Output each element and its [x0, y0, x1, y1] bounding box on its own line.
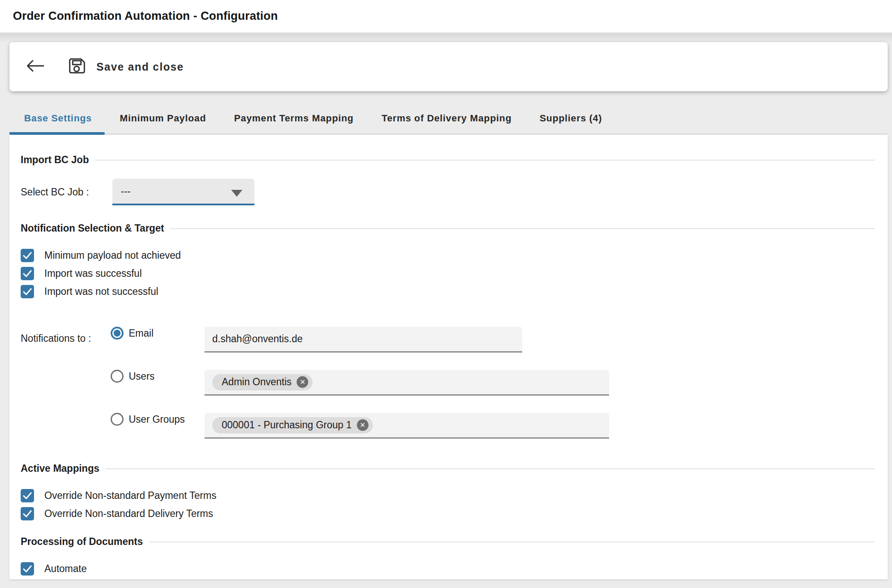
- checkbox-import-was-successful[interactable]: Import was successful: [21, 267, 876, 280]
- radio-selected-dot: [114, 330, 121, 337]
- checkbox-checked-icon: [21, 507, 34, 520]
- section-title: Processing of Documents: [21, 536, 143, 548]
- checkbox-automate[interactable]: Automate: [21, 562, 876, 576]
- section-title: Notification Selection & Target: [21, 223, 164, 234]
- section-divider: [105, 468, 875, 469]
- notify-row-users: Users Admin Onventis ✕: [21, 370, 876, 396]
- tab-bar: Base Settings Minimum Payload Payment Te…: [9, 103, 888, 134]
- notifications-to-label: Notifications to :: [21, 333, 91, 344]
- chevron-down-icon: [231, 190, 242, 197]
- section-active-mappings: Active Mappings: [21, 463, 876, 474]
- active-mappings-checkboxes: Override Non-standard Payment Terms Over…: [21, 489, 876, 520]
- radio-email[interactable]: [111, 327, 124, 340]
- section-divider: [170, 228, 875, 229]
- checkbox-label: Override Non-standard Payment Terms: [44, 490, 217, 501]
- section-divider: [149, 542, 875, 542]
- checkbox-label: Import was successful: [44, 268, 142, 279]
- user-chip-label: Admin Onventis: [222, 376, 291, 388]
- window-header: Order Confirmation Automation - Configur…: [0, 0, 892, 33]
- checkbox-checked-icon: [21, 267, 34, 280]
- checkbox-checked-icon: [21, 249, 34, 262]
- toolbar: Save and close: [9, 42, 888, 91]
- select-bc-job-label: Select BC Job :: [21, 186, 89, 198]
- notifications-target-block: Notifications to : Email d.shah@onventis…: [21, 327, 876, 439]
- page-title: Order Confirmation Automation - Configur…: [13, 9, 278, 23]
- notify-row-user-groups: User Groups 000001 - Purchasing Group 1 …: [21, 413, 876, 439]
- email-input[interactable]: d.shah@onventis.de: [204, 327, 522, 353]
- section-import-bc-job: Import BC Job: [21, 154, 876, 166]
- checkbox-label: Override Non-standard Delivery Terms: [44, 508, 213, 520]
- radio-user-groups-label: User Groups: [129, 414, 185, 425]
- radio-user-groups[interactable]: [111, 413, 124, 426]
- processing-checkboxes: Automate: [21, 562, 876, 576]
- select-bc-job-row: Select BC Job : ---: [21, 179, 876, 205]
- checkbox-checked-icon: [21, 489, 34, 502]
- tab-base-settings[interactable]: Base Settings: [24, 103, 92, 134]
- checkbox-checked-icon: [21, 285, 34, 298]
- save-icon: [67, 56, 86, 77]
- section-title: Active Mappings: [21, 463, 99, 474]
- checkbox-override-payment-terms[interactable]: Override Non-standard Payment Terms: [21, 489, 876, 502]
- notify-row-email: Notifications to : Email d.shah@onventis…: [21, 327, 876, 353]
- section-title: Import BC Job: [21, 154, 89, 166]
- tab-payment-terms-mapping[interactable]: Payment Terms Mapping: [234, 103, 354, 134]
- save-and-close-label: Save and close: [96, 61, 184, 73]
- checkbox-label: Minimum payload not achieved: [44, 250, 181, 261]
- chip-remove-icon[interactable]: ✕: [297, 376, 308, 388]
- tab-terms-of-delivery-mapping[interactable]: Terms of Delivery Mapping: [381, 103, 511, 134]
- back-button[interactable]: [26, 57, 45, 76]
- bc-job-select-value: ---: [121, 186, 131, 197]
- section-processing-of-documents: Processing of Documents: [21, 536, 876, 548]
- radio-users-label: Users: [129, 371, 155, 382]
- checkbox-label: Import was not successful: [44, 286, 158, 297]
- email-input-value: d.shah@onventis.de: [212, 333, 303, 345]
- notification-checkboxes: Minimum payload not achieved Import was …: [21, 249, 876, 298]
- radio-email-label: Email: [129, 328, 154, 339]
- header-shadow: [0, 33, 892, 43]
- chip-remove-icon[interactable]: ✕: [357, 419, 369, 431]
- user-chip: Admin Onventis ✕: [212, 374, 313, 390]
- section-divider: [95, 160, 875, 161]
- users-input[interactable]: Admin Onventis ✕: [204, 370, 609, 396]
- checkbox-minimum-payload-not-achieved[interactable]: Minimum payload not achieved: [21, 249, 876, 262]
- bc-job-select[interactable]: ---: [112, 179, 254, 205]
- user-group-chip-label: 000001 - Purchasing Group 1: [222, 419, 352, 431]
- section-notification: Notification Selection & Target: [21, 223, 876, 234]
- save-and-close-button[interactable]: Save and close: [67, 56, 184, 77]
- tab-minimum-payload[interactable]: Minimum Payload: [120, 103, 206, 134]
- checkbox-label: Automate: [44, 563, 87, 575]
- base-settings-panel: Import BC Job Select BC Job : --- Notifi…: [9, 135, 888, 579]
- page-root: Order Confirmation Automation - Configur…: [0, 0, 892, 588]
- tab-suppliers[interactable]: Suppliers (4): [539, 103, 602, 134]
- checkbox-override-delivery-terms[interactable]: Override Non-standard Delivery Terms: [21, 507, 876, 520]
- radio-users[interactable]: [111, 370, 124, 383]
- user-group-chip: 000001 - Purchasing Group 1 ✕: [212, 417, 373, 433]
- checkbox-checked-icon: [21, 562, 34, 576]
- checkbox-import-was-not-successful[interactable]: Import was not successful: [21, 285, 876, 298]
- user-groups-input[interactable]: 000001 - Purchasing Group 1 ✕: [204, 413, 609, 439]
- back-arrow-icon: [26, 59, 45, 74]
